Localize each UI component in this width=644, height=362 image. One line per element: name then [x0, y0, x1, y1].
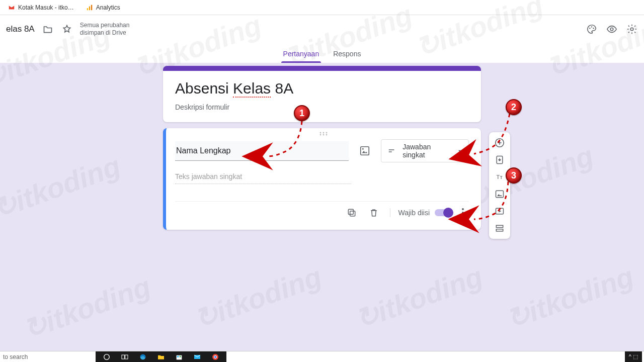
cortana-icon[interactable] — [98, 351, 116, 362]
explorer-icon[interactable] — [152, 351, 170, 362]
browser-tab-gmail[interactable]: Kotak Masuk - itko… — [3, 2, 79, 13]
delete-icon[interactable] — [368, 207, 380, 219]
annotation-badge-3: 3 — [506, 167, 522, 184]
gmail-icon — [8, 4, 15, 11]
svg-rect-27 — [125, 355, 128, 359]
svg-rect-31 — [180, 356, 181, 357]
add-question-button[interactable] — [492, 136, 507, 149]
windows-taskbar: to search ^ ⬚ — [0, 351, 644, 362]
edge-icon[interactable] — [134, 351, 152, 362]
svg-rect-24 — [496, 229, 503, 231]
svg-point-4 — [591, 26, 592, 27]
svg-rect-0 — [87, 8, 88, 10]
chevron-down-icon — [457, 148, 462, 154]
svg-rect-29 — [177, 355, 182, 359]
question-type-label: Jawaban singkat — [403, 143, 450, 159]
palette-icon[interactable] — [586, 23, 598, 35]
analytics-icon — [86, 4, 93, 11]
svg-point-10 — [326, 132, 328, 134]
taskbar-search[interactable]: to search — [0, 353, 28, 360]
form-title[interactable]: Absensi Kelas 8A — [175, 80, 469, 97]
svg-point-8 — [320, 132, 321, 134]
document-title[interactable]: elas 8A — [6, 24, 35, 34]
add-video-button[interactable] — [492, 205, 507, 218]
floating-toolbar: Tт — [489, 132, 510, 239]
browser-tab-label: Analytics — [96, 4, 120, 11]
add-section-button[interactable] — [492, 222, 507, 235]
store-icon[interactable] — [170, 351, 188, 362]
editor-canvas: Absensi Kelas 8A Deskripsi formulir — [0, 66, 644, 354]
required-toggle[interactable] — [435, 209, 452, 216]
question-type-select[interactable]: Jawaban singkat — [381, 139, 469, 162]
folder-icon[interactable] — [42, 23, 54, 35]
svg-rect-17 — [348, 209, 353, 214]
svg-point-11 — [320, 134, 321, 136]
add-image-icon[interactable] — [358, 144, 372, 158]
import-questions-button[interactable] — [492, 153, 507, 166]
svg-rect-1 — [89, 6, 90, 10]
svg-point-5 — [593, 27, 594, 28]
svg-point-15 — [362, 148, 364, 150]
svg-rect-30 — [177, 356, 179, 357]
taskbar-tray[interactable]: ^ ⬚ — [625, 351, 642, 362]
annotation-badge-2: 2 — [506, 99, 522, 115]
svg-rect-21 — [496, 191, 504, 197]
svg-point-25 — [104, 354, 110, 359]
answer-placeholder: Teks jawaban singkat — [175, 172, 351, 184]
question-card[interactable]: Jawaban singkat Teks jawaban singkat Waj… — [163, 128, 481, 230]
drag-handle-icon[interactable] — [166, 128, 481, 139]
question-title-input[interactable] — [175, 141, 349, 161]
browser-tabstrip: Kotak Masuk - itko… Analytics — [0, 0, 644, 15]
more-options-icon[interactable] — [457, 208, 469, 217]
svg-point-3 — [589, 27, 590, 28]
svg-point-9 — [323, 132, 325, 134]
preview-icon[interactable] — [606, 23, 618, 35]
form-description[interactable]: Deskripsi formulir — [175, 103, 469, 111]
svg-rect-26 — [122, 355, 124, 359]
taskview-icon[interactable] — [116, 351, 134, 362]
svg-rect-14 — [361, 147, 369, 155]
svg-rect-23 — [496, 225, 503, 227]
mail-icon[interactable] — [188, 351, 206, 362]
form-tabs: Pertanyaan Respons — [0, 43, 644, 63]
svg-rect-2 — [91, 5, 92, 10]
svg-point-7 — [630, 28, 633, 31]
short-answer-icon — [387, 146, 395, 155]
add-image-button[interactable] — [492, 188, 507, 201]
annotation-badge-1: 1 — [294, 105, 310, 121]
svg-rect-16 — [350, 211, 355, 216]
browser-tab-label: Kotak Masuk - itko… — [18, 4, 74, 11]
app-header: elas 8A Semua perubahan disimpan di Driv… — [0, 15, 644, 43]
tab-responses[interactable]: Respons — [326, 50, 368, 63]
star-icon[interactable] — [61, 23, 73, 35]
chrome-icon[interactable] — [206, 351, 224, 362]
add-title-button[interactable]: Tт — [492, 170, 507, 184]
browser-tab-analytics[interactable]: Analytics — [81, 2, 125, 13]
form-header-card[interactable]: Absensi Kelas 8A Deskripsi formulir — [163, 66, 481, 122]
svg-point-13 — [326, 134, 328, 136]
duplicate-icon[interactable] — [346, 207, 358, 219]
tab-questions[interactable]: Pertanyaan — [276, 50, 327, 63]
question-footer: Wajib diisi — [175, 201, 469, 225]
required-label: Wajib diisi — [398, 209, 430, 217]
svg-point-12 — [323, 134, 325, 136]
svg-point-6 — [610, 28, 613, 31]
settings-icon[interactable] — [626, 23, 638, 35]
svg-text:Tт: Tт — [496, 173, 503, 180]
taskbar-apps — [96, 351, 226, 362]
save-status: Semua perubahan disimpan di Drive — [80, 22, 130, 37]
